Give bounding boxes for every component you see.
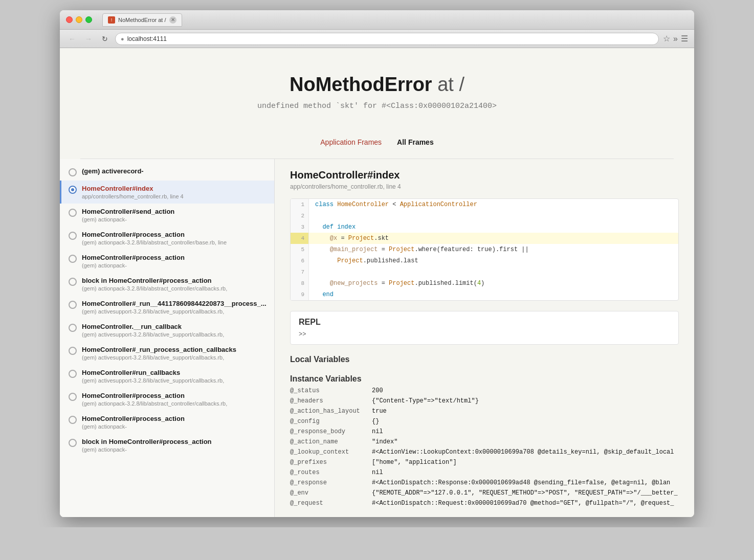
var-value: 200 [372,387,679,394]
frame-item[interactable]: HomeController.__run_callback (gem) acti… [60,319,274,342]
frame-item[interactable]: HomeController#_run_process_action_callb… [60,342,274,365]
frame-path: (gem) activesupport-3.2.8/lib/active_sup… [82,354,267,361]
frame-item[interactable]: HomeController#_run__441178609844220873_… [60,296,274,319]
instance-variables-title: Instance Variables [290,374,679,384]
frame-radio [69,168,77,176]
frame-method: HomeController#process_action [82,392,267,399]
frame-item[interactable]: HomeController#process_action (gem) acti… [60,250,274,273]
refresh-button[interactable]: ↻ [99,33,111,45]
all-frames-tab[interactable]: All Frames [397,136,434,148]
var-name: @_routes [290,469,372,476]
var-value: #<ActionView::LookupContext:0x0000010699… [372,449,679,456]
frame-info: HomeController.__run_callback (gem) acti… [82,323,267,338]
frame-radio [69,324,77,332]
var-row: @_response_body nil [290,427,679,437]
code-block: 1 class HomeController < ApplicationCont… [290,198,679,301]
frame-item[interactable]: HomeController#send_action (gem) actionp… [60,204,274,227]
tab-title: NoMethodError at / [118,17,166,23]
var-value: true [372,408,679,415]
frame-item[interactable]: block in HomeController#process_action (… [60,273,274,296]
frame-radio [69,370,77,378]
extensions-icon[interactable]: » [673,34,678,43]
repl-prompt[interactable]: >> [299,331,670,338]
line-number: 6 [291,255,309,266]
frame-item[interactable]: HomeController#process_action (gem) acti… [60,411,274,434]
var-row: @_headers {"Content-Type"=>"text/html"} [290,396,679,406]
frame-path: (gem) actionpack- [82,262,267,268]
frame-method: (gem) activerecord- [82,167,267,175]
frame-path-selected: app/controllers/home_controller.rb, line… [82,193,267,199]
local-variables-title: Local Variables [290,355,679,364]
frames-tabs: Application Frames All Frames [80,126,674,159]
close-button[interactable] [66,16,73,23]
frame-radio [69,416,77,424]
title-bar: ! NoMethodError at / ✕ [60,10,694,30]
instance-variables-section: Instance Variables @_status 200 @_header… [290,374,679,508]
code-panel: HomeController#index app/controllers/hom… [275,159,694,517]
frame-item[interactable]: HomeController#process_action (gem) acti… [60,227,274,250]
frame-item-selected[interactable]: HomeController#index app/controllers/hom… [60,181,274,204]
frame-path: (gem) activesupport-3.2.8/lib/active_sup… [82,308,267,315]
var-value: "index" [372,438,679,445]
forward-button[interactable]: → [82,33,95,45]
menu-icon[interactable]: ☰ [681,34,688,43]
var-row: @_action_name "index" [290,437,679,447]
var-row: @_routes nil [290,467,679,478]
var-row: @_config {} [290,416,679,427]
frame-method: HomeController#process_action [82,231,267,238]
frame-info: HomeController#process_action (gem) acti… [82,254,267,268]
line-content: @x = Project.skt [309,233,678,244]
var-name: @_request [290,500,372,507]
frame-method: HomeController#process_action [82,254,267,261]
code-line-9: 9 end [291,289,678,300]
frame-radio [69,232,77,240]
var-value: {"Content-Type"=>"text/html"} [372,397,679,405]
frame-radio [69,301,77,309]
error-type: NoMethodError [290,74,432,95]
frame-info: HomeController#_run__441178609844220873_… [82,300,267,315]
frame-item[interactable]: HomeController#run_callbacks (gem) activ… [60,365,274,388]
line-content: def index [309,221,678,233]
frames-panel[interactable]: (gem) activerecord- HomeController#index… [60,159,275,517]
code-section-title: HomeController#index [290,169,679,181]
back-button[interactable]: ← [66,33,78,45]
frame-method-selected: HomeController#index [82,185,267,192]
frame-info: HomeController#index app/controllers/hom… [82,185,267,199]
local-variables-section: Local Variables [290,355,679,364]
frame-item[interactable]: (gem) activerecord- [60,163,274,181]
var-name: @_response [290,479,372,486]
frame-item[interactable]: block in HomeController#process_action (… [60,434,274,457]
address-bar[interactable]: ● localhost:4111 [115,33,659,45]
frame-radio [69,439,77,447]
traffic-lights [66,16,92,23]
var-row: @_lookup_context #<ActionView::LookupCon… [290,447,679,457]
bookmark-icon[interactable]: ☆ [663,34,670,43]
application-frames-tab[interactable]: Application Frames [320,136,382,148]
browser-window: ! NoMethodError at / ✕ ← → ↻ ● localhost… [60,10,694,517]
main-layout: (gem) activerecord- HomeController#index… [60,159,694,517]
frame-method: HomeController#_run_process_action_callb… [82,346,267,353]
frame-path: (gem) actionpack- [82,423,267,430]
minimize-button[interactable] [76,16,82,23]
line-number: 1 [291,199,309,210]
frame-method: block in HomeController#process_action [82,277,267,284]
var-value: {} [372,418,679,425]
line-content: end [309,289,678,300]
repl-title: REPL [299,318,670,327]
error-title: NoMethodError at / [70,74,684,96]
browser-tab[interactable]: ! NoMethodError at / ✕ [102,13,182,27]
url-display: localhost:4111 [127,35,167,42]
frame-info: (gem) activerecord- [82,167,267,176]
var-value: #<ActionDispatch::Response:0x0000010699a… [372,479,679,486]
line-number: 5 [291,244,309,255]
line-content: Project.published.last [309,255,678,266]
code-line-3: 3 def index [291,221,678,233]
frame-radio [69,209,77,217]
var-name: @_prefixes [290,459,372,466]
maximize-button[interactable] [85,16,92,23]
var-name: @_config [290,418,372,425]
tab-close-button[interactable]: ✕ [169,16,176,24]
var-name: @_env [290,489,372,497]
frame-item[interactable]: HomeController#process_action (gem) acti… [60,388,274,411]
var-name: @_response_body [290,428,372,435]
